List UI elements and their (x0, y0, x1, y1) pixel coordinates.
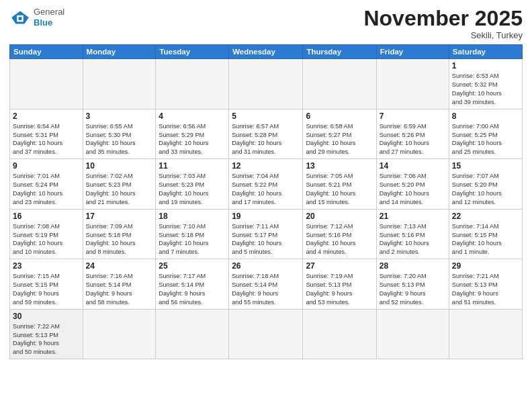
week-row-5: 23Sunrise: 7:15 AM Sunset: 5:15 PM Dayli… (10, 259, 523, 310)
day-info: Sunrise: 7:08 AM Sunset: 5:19 PM Dayligh… (13, 222, 80, 257)
table-row: 3Sunrise: 6:55 AM Sunset: 5:30 PM Daylig… (83, 109, 156, 159)
table-row (303, 59, 376, 109)
day-info: Sunrise: 7:10 AM Sunset: 5:18 PM Dayligh… (159, 222, 226, 257)
day-info: Sunrise: 7:11 AM Sunset: 5:17 PM Dayligh… (232, 222, 300, 257)
table-row: 19Sunrise: 7:11 AM Sunset: 5:17 PM Dayli… (229, 209, 303, 259)
table-row (229, 59, 303, 109)
table-row: 20Sunrise: 7:12 AM Sunset: 5:16 PM Dayli… (303, 209, 376, 259)
day-number: 10 (86, 161, 153, 171)
day-number: 1 (452, 61, 519, 71)
day-number: 22 (452, 212, 519, 221)
table-row: 26Sunrise: 7:18 AM Sunset: 5:14 PM Dayli… (229, 259, 303, 310)
day-number: 3 (86, 111, 153, 121)
table-row (156, 309, 229, 359)
table-row: 25Sunrise: 7:17 AM Sunset: 5:14 PM Dayli… (156, 259, 229, 310)
calendar-table: SundayMondayTuesdayWednesdayThursdayFrid… (9, 44, 523, 359)
day-info: Sunrise: 6:58 AM Sunset: 5:27 PM Dayligh… (306, 122, 373, 157)
day-info: Sunrise: 7:07 AM Sunset: 5:20 PM Dayligh… (452, 172, 519, 207)
logo-icon (9, 7, 31, 28)
svg-rect-4 (19, 17, 22, 20)
day-number: 16 (13, 212, 80, 221)
table-row: 10Sunrise: 7:02 AM Sunset: 5:23 PM Dayli… (83, 159, 156, 210)
day-number: 4 (159, 111, 226, 121)
day-number: 8 (452, 111, 519, 121)
day-number: 26 (232, 261, 300, 271)
table-row (449, 309, 522, 359)
table-row (229, 309, 303, 359)
table-row: 1Sunrise: 6:53 AM Sunset: 5:32 PM Daylig… (449, 59, 522, 109)
table-row: 30Sunrise: 7:22 AM Sunset: 5:13 PM Dayli… (10, 309, 83, 359)
location-subtitle: Sekili, Turkey (363, 30, 523, 40)
table-row (83, 59, 156, 109)
table-row: 17Sunrise: 7:09 AM Sunset: 5:18 PM Dayli… (83, 209, 156, 259)
day-number: 21 (380, 212, 446, 221)
day-info: Sunrise: 7:05 AM Sunset: 5:21 PM Dayligh… (306, 172, 373, 207)
day-number: 2 (13, 111, 80, 121)
day-info: Sunrise: 6:54 AM Sunset: 5:31 PM Dayligh… (13, 122, 80, 157)
day-number: 15 (452, 161, 519, 171)
day-number: 30 (13, 312, 80, 321)
header: General Blue November 2025 Sekili, Turke… (9, 7, 523, 40)
table-row (376, 309, 449, 359)
day-info: Sunrise: 7:01 AM Sunset: 5:24 PM Dayligh… (13, 172, 80, 207)
month-title: November 2025 (363, 7, 523, 30)
day-info: Sunrise: 7:16 AM Sunset: 5:14 PM Dayligh… (86, 272, 153, 307)
weekday-header-sunday: Sunday (10, 45, 83, 59)
day-info: Sunrise: 7:02 AM Sunset: 5:23 PM Dayligh… (86, 172, 153, 207)
day-number: 5 (232, 111, 300, 121)
table-row: 15Sunrise: 7:07 AM Sunset: 5:20 PM Dayli… (449, 159, 522, 210)
table-row: 22Sunrise: 7:14 AM Sunset: 5:15 PM Dayli… (449, 209, 522, 259)
weekday-header-friday: Friday (376, 45, 449, 59)
table-row: 21Sunrise: 7:13 AM Sunset: 5:16 PM Dayli… (376, 209, 449, 259)
day-info: Sunrise: 7:18 AM Sunset: 5:14 PM Dayligh… (232, 272, 300, 307)
day-info: Sunrise: 7:15 AM Sunset: 5:15 PM Dayligh… (13, 272, 80, 307)
day-info: Sunrise: 7:06 AM Sunset: 5:20 PM Dayligh… (380, 172, 446, 207)
day-info: Sunrise: 6:57 AM Sunset: 5:28 PM Dayligh… (232, 122, 300, 157)
table-row: 13Sunrise: 7:05 AM Sunset: 5:21 PM Dayli… (303, 159, 376, 210)
table-row: 6Sunrise: 6:58 AM Sunset: 5:27 PM Daylig… (303, 109, 376, 159)
day-number: 28 (380, 261, 446, 271)
day-info: Sunrise: 7:22 AM Sunset: 5:13 PM Dayligh… (13, 322, 80, 357)
table-row (376, 59, 449, 109)
day-number: 19 (232, 212, 300, 221)
table-row: 18Sunrise: 7:10 AM Sunset: 5:18 PM Dayli… (156, 209, 229, 259)
table-row: 23Sunrise: 7:15 AM Sunset: 5:15 PM Dayli… (10, 259, 83, 310)
day-number: 20 (306, 212, 373, 221)
table-row: 7Sunrise: 6:59 AM Sunset: 5:26 PM Daylig… (376, 109, 449, 159)
day-number: 25 (159, 261, 226, 271)
day-number: 17 (86, 212, 153, 221)
day-number: 18 (159, 212, 226, 221)
day-info: Sunrise: 7:19 AM Sunset: 5:13 PM Dayligh… (306, 272, 373, 307)
table-row: 12Sunrise: 7:04 AM Sunset: 5:22 PM Dayli… (229, 159, 303, 210)
table-row: 29Sunrise: 7:21 AM Sunset: 5:13 PM Dayli… (449, 259, 522, 310)
table-row: 8Sunrise: 7:00 AM Sunset: 5:25 PM Daylig… (449, 109, 522, 159)
week-row-2: 2Sunrise: 6:54 AM Sunset: 5:31 PM Daylig… (10, 109, 523, 159)
week-row-6: 30Sunrise: 7:22 AM Sunset: 5:13 PM Dayli… (10, 309, 523, 359)
table-row: 28Sunrise: 7:20 AM Sunset: 5:13 PM Dayli… (376, 259, 449, 310)
logo-general-text: General (34, 7, 64, 17)
table-row: 24Sunrise: 7:16 AM Sunset: 5:14 PM Dayli… (83, 259, 156, 310)
logo-blue-text: Blue (34, 17, 64, 28)
day-info: Sunrise: 7:21 AM Sunset: 5:13 PM Dayligh… (452, 272, 519, 307)
table-row: 14Sunrise: 7:06 AM Sunset: 5:20 PM Dayli… (376, 159, 449, 210)
day-info: Sunrise: 7:04 AM Sunset: 5:22 PM Dayligh… (232, 172, 300, 207)
table-row: 11Sunrise: 7:03 AM Sunset: 5:23 PM Dayli… (156, 159, 229, 210)
day-number: 29 (452, 261, 519, 271)
day-number: 12 (232, 161, 300, 171)
weekday-header-tuesday: Tuesday (156, 45, 229, 59)
table-row: 2Sunrise: 6:54 AM Sunset: 5:31 PM Daylig… (10, 109, 83, 159)
week-row-4: 16Sunrise: 7:08 AM Sunset: 5:19 PM Dayli… (10, 209, 523, 259)
day-number: 7 (380, 111, 446, 121)
day-info: Sunrise: 7:03 AM Sunset: 5:23 PM Dayligh… (159, 172, 226, 207)
day-info: Sunrise: 7:17 AM Sunset: 5:14 PM Dayligh… (159, 272, 226, 307)
day-info: Sunrise: 6:56 AM Sunset: 5:29 PM Dayligh… (159, 122, 226, 157)
weekday-header-row: SundayMondayTuesdayWednesdayThursdayFrid… (10, 45, 523, 59)
day-info: Sunrise: 7:00 AM Sunset: 5:25 PM Dayligh… (452, 122, 519, 157)
day-info: Sunrise: 7:13 AM Sunset: 5:16 PM Dayligh… (380, 222, 446, 257)
day-number: 9 (13, 161, 80, 171)
table-row (83, 309, 156, 359)
day-info: Sunrise: 7:20 AM Sunset: 5:13 PM Dayligh… (380, 272, 446, 307)
weekday-header-thursday: Thursday (303, 45, 376, 59)
day-info: Sunrise: 7:09 AM Sunset: 5:18 PM Dayligh… (86, 222, 153, 257)
day-info: Sunrise: 6:53 AM Sunset: 5:32 PM Dayligh… (452, 72, 519, 107)
